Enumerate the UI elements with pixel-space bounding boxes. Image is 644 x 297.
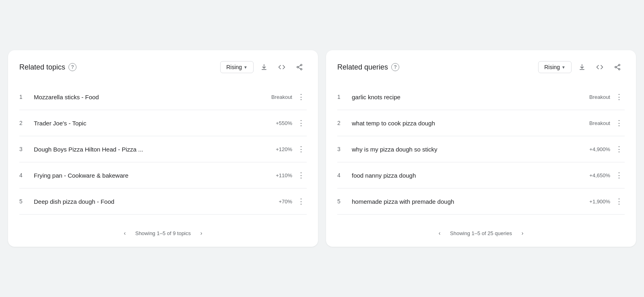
left-next-button[interactable]: › (196, 227, 207, 239)
share-icon (296, 63, 303, 71)
right-items-list: 1 garlic knots recipe Breakout ⋮ 2 what … (337, 84, 625, 215)
item-value: +70% (279, 199, 292, 205)
item-label: Deep dish pizza dough - Food (34, 198, 279, 205)
download-icon (578, 63, 586, 71)
item-value: Breakout (589, 94, 610, 100)
list-item: 5 homemade pizza with premade dough +1,9… (337, 188, 625, 215)
more-options-icon[interactable]: ⋮ (613, 117, 625, 129)
list-item: 3 why is my pizza dough so sticky +4,900… (337, 136, 625, 162)
svg-line-8 (616, 66, 618, 67)
item-number: 5 (337, 198, 347, 205)
panels-container: Related topics ? Rising ▼ (8, 50, 636, 247)
more-options-icon[interactable]: ⋮ (295, 91, 307, 102)
item-value: +1,900% (589, 199, 610, 205)
svg-line-3 (298, 66, 300, 67)
item-number: 2 (337, 120, 347, 126)
item-value: +4,650% (589, 172, 610, 178)
right-pagination: ‹ Showing 1–5 of 25 queries › (337, 224, 625, 239)
item-number: 2 (19, 120, 29, 126)
more-options-icon[interactable]: ⋮ (295, 117, 307, 129)
more-options-icon[interactable]: ⋮ (613, 170, 625, 181)
left-panel-title: Related topics (19, 63, 65, 72)
svg-line-4 (298, 68, 300, 69)
share-icon (614, 63, 621, 71)
list-item: 4 Frying pan - Cookware & bakeware +110%… (19, 162, 307, 188)
left-panel: Related topics ? Rising ▼ (8, 50, 318, 247)
item-value: +4,900% (589, 146, 610, 152)
left-prev-button[interactable]: ‹ (119, 227, 130, 239)
right-panel-title: Related queries (337, 63, 388, 72)
list-item: 5 Deep dish pizza dough - Food +70% ⋮ (19, 188, 307, 215)
item-number: 3 (19, 146, 29, 152)
right-share-button[interactable] (610, 60, 625, 74)
embed-icon (278, 63, 285, 71)
left-header-controls: Rising ▼ (220, 60, 307, 74)
item-label: food nanny pizza dough (352, 172, 589, 179)
left-embed-button[interactable] (275, 60, 289, 74)
left-download-button[interactable] (257, 60, 271, 74)
right-header-controls: Rising ▼ (538, 60, 625, 74)
right-embed-button[interactable] (592, 60, 607, 74)
item-label: what temp to cook pizza dough (352, 120, 589, 127)
more-options-icon[interactable]: ⋮ (295, 196, 307, 207)
item-label: Trader Joe's - Topic (34, 120, 276, 127)
download-icon (260, 63, 268, 71)
more-options-icon[interactable]: ⋮ (295, 143, 307, 155)
more-options-icon[interactable]: ⋮ (295, 170, 307, 181)
list-item: 3 Dough Boys Pizza Hilton Head - Pizza .… (19, 136, 307, 162)
right-pagination-text: Showing 1–5 of 25 queries (450, 230, 512, 236)
more-options-icon[interactable]: ⋮ (613, 91, 625, 102)
list-item: 1 garlic knots recipe Breakout ⋮ (337, 84, 625, 110)
item-value: Breakout (271, 94, 292, 100)
list-item: 1 Mozzarella sticks - Food Breakout ⋮ (19, 84, 307, 110)
item-number: 5 (19, 198, 29, 205)
left-rising-button[interactable]: Rising ▼ (220, 61, 254, 73)
more-options-icon[interactable]: ⋮ (613, 143, 625, 155)
item-label: Frying pan - Cookware & bakeware (34, 172, 276, 179)
right-panel: Related queries ? Rising ▼ (326, 50, 636, 247)
list-item: 2 Trader Joe's - Topic +550% ⋮ (19, 110, 307, 136)
item-label: Dough Boys Pizza Hilton Head - Pizza ... (34, 146, 276, 153)
right-next-button[interactable]: › (517, 227, 528, 239)
item-value: Breakout (589, 120, 610, 126)
left-pagination: ‹ Showing 1–5 of 9 topics › (19, 224, 307, 239)
item-value: +550% (276, 120, 292, 126)
right-prev-button[interactable]: ‹ (434, 227, 445, 239)
left-panel-header: Related topics ? Rising ▼ (19, 60, 307, 74)
item-label: homemade pizza with premade dough (352, 198, 589, 205)
right-rising-button[interactable]: Rising ▼ (538, 61, 572, 73)
embed-icon (596, 63, 603, 71)
more-options-icon[interactable]: ⋮ (613, 196, 625, 207)
item-label: Mozzarella sticks - Food (34, 94, 271, 100)
item-number: 4 (19, 172, 29, 178)
chevron-down-icon: ▼ (561, 65, 566, 70)
item-number: 1 (337, 94, 347, 100)
left-pagination-text: Showing 1–5 of 9 topics (135, 230, 191, 236)
left-help-icon[interactable]: ? (68, 63, 76, 71)
item-label: garlic knots recipe (352, 94, 589, 100)
svg-line-9 (616, 68, 618, 69)
list-item: 4 food nanny pizza dough +4,650% ⋮ (337, 162, 625, 188)
item-number: 3 (337, 146, 347, 152)
right-help-icon[interactable]: ? (391, 63, 399, 71)
right-panel-header: Related queries ? Rising ▼ (337, 60, 625, 74)
right-download-button[interactable] (575, 60, 589, 74)
item-label: why is my pizza dough so sticky (352, 146, 589, 153)
item-value: +120% (276, 146, 292, 152)
left-share-button[interactable] (292, 60, 307, 74)
item-value: +110% (276, 172, 292, 178)
list-item: 2 what temp to cook pizza dough Breakout… (337, 110, 625, 136)
chevron-down-icon: ▼ (244, 65, 248, 70)
item-number: 4 (337, 172, 347, 178)
left-items-list: 1 Mozzarella sticks - Food Breakout ⋮ 2 … (19, 84, 307, 215)
item-number: 1 (19, 94, 29, 100)
